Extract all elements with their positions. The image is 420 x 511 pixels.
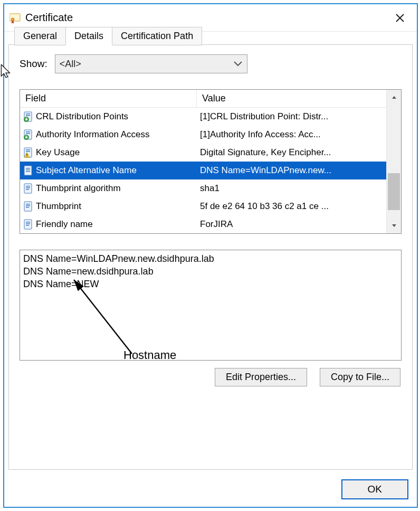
listview-cell-value: sha1 [197, 183, 386, 194]
listview-field-text: CRL Distribution Points [36, 111, 128, 122]
prop-icon [23, 201, 34, 212]
listview-cell-value: [1]CRL Distribution Point: Distr... [197, 111, 386, 122]
show-row: Show: <All> [20, 54, 402, 73]
listview-cell-value: 5f de e2 64 10 b3 36 c2 a1 ce ... [197, 201, 386, 212]
listview-row[interactable]: Thumbprint5f de e2 64 10 b3 36 c2 a1 ce … [20, 197, 386, 215]
tab-general[interactable]: General [14, 27, 66, 45]
listview-cell-field: Thumbprint algorithm [20, 183, 197, 194]
listview-row[interactable]: Subject Alternative NameDNS Name=WinLDAP… [20, 162, 386, 179]
listview-row[interactable]: Thumbprint algorithmsha1 [20, 179, 386, 197]
column-header-field[interactable]: Field [20, 90, 197, 107]
ext-warn-icon [23, 147, 34, 158]
listview-field-text: Friendly name [36, 219, 93, 230]
listview-scrollbar[interactable] [386, 90, 401, 233]
scroll-thumb[interactable] [388, 173, 400, 210]
listview-row[interactable]: Key UsageDigital Signature, Key Encipher… [20, 144, 386, 162]
tab-details[interactable]: Details [65, 27, 112, 45]
prop-icon [23, 219, 34, 230]
certificate-dialog: Certificate General Details Certificatio… [3, 3, 418, 508]
listview-cell-value: DNS Name=WinLDAPnew.new... [197, 165, 386, 176]
listview-field-text: Thumbprint [36, 201, 81, 212]
listview-row[interactable]: Friendly nameForJIRA [20, 215, 386, 233]
ok-row: OK [341, 479, 408, 499]
scroll-up-button[interactable] [387, 90, 401, 105]
chevron-down-icon [233, 59, 243, 69]
listview-cell-field: Key Usage [20, 147, 197, 158]
copy-to-file-button[interactable]: Copy to File... [320, 368, 400, 386]
scroll-down-button[interactable] [387, 219, 401, 233]
show-filter-value: <All> [60, 59, 233, 70]
chevron-up-icon [390, 93, 398, 101]
tab-certification-path[interactable]: Certification Path [112, 27, 202, 45]
edit-properties-button[interactable]: Edit Properties... [215, 368, 307, 386]
listview-row[interactable]: Authority Information Access[1]Authority… [20, 126, 386, 144]
chevron-down-icon [390, 222, 398, 230]
tab-content-details: Show: <All> Field Value CRL Distribution… [9, 45, 412, 469]
tabstrip: General Details Certification Path [14, 27, 202, 45]
listview-cell-value: [1]Authority Info Access: Acc... [197, 129, 386, 140]
listview-field-text: Subject Alternative Name [36, 165, 137, 176]
listview-cell-value: Digital Signature, Key Encipher... [197, 147, 386, 158]
button-row: Edit Properties... Copy to File... [20, 368, 402, 386]
listview-cell-value: ForJIRA [197, 219, 386, 230]
show-filter-select[interactable]: <All> [55, 54, 247, 73]
window-title: Certificate [25, 12, 73, 24]
listview-header: Field Value [20, 90, 386, 108]
listview-row[interactable]: CRL Distribution Points[1]CRL Distributi… [20, 108, 386, 126]
close-icon [395, 13, 405, 23]
close-button[interactable] [388, 6, 412, 30]
certificate-icon [9, 12, 21, 24]
prop-icon [23, 183, 34, 194]
listview-field-text: Key Usage [36, 147, 80, 158]
listview-cell-field: Authority Information Access [20, 129, 197, 140]
scroll-track[interactable] [387, 105, 401, 219]
ext-dl-icon [23, 111, 34, 122]
listview-field-text: Authority Information Access [36, 129, 149, 140]
listview-cell-field: Subject Alternative Name [20, 165, 197, 176]
column-header-value[interactable]: Value [197, 90, 386, 107]
listview-cell-field: Friendly name [20, 219, 197, 230]
listview-cell-field: Thumbprint [20, 201, 197, 212]
field-detail-textbox[interactable]: DNS Name=WinLDAPnew.new.dsidhpura.lab DN… [20, 250, 402, 361]
ext-icon [23, 165, 34, 176]
show-label: Show: [20, 58, 47, 70]
tab-page: General Details Certification Path Show:… [8, 44, 413, 470]
listview-cell-field: CRL Distribution Points [20, 111, 197, 122]
ext-dl-icon [23, 129, 34, 140]
ok-button[interactable]: OK [341, 479, 408, 499]
listview-field-text: Thumbprint algorithm [36, 183, 121, 194]
field-listview: Field Value CRL Distribution Points[1]CR… [20, 89, 402, 234]
